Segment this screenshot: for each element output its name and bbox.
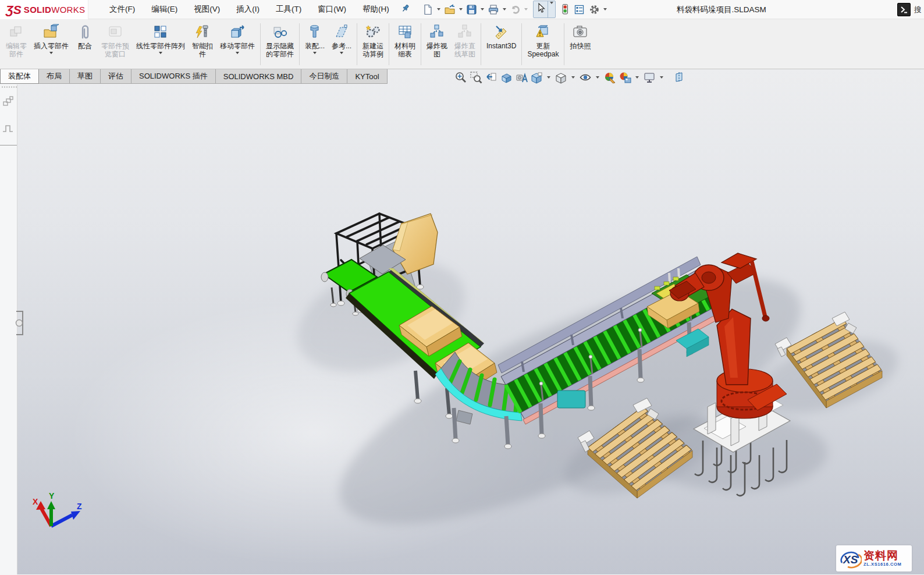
- command-manager-ribbon: 编辑零 部件 插入零部件 配合 零部件预 览窗口 线性零部件阵列 智能扣 件 移…: [0, 19, 924, 69]
- panel-expand-handle[interactable]: [14, 310, 26, 339]
- sketch-profile-icon[interactable]: [2, 124, 17, 134]
- new-motion-study-button[interactable]: 新建运 动算例: [359, 21, 387, 68]
- settings-gear-caret[interactable]: [603, 8, 607, 10]
- explode-line-sketch-icon: [457, 23, 473, 41]
- save-caret[interactable]: [481, 8, 484, 10]
- tab-kytool[interactable]: KYTool: [347, 69, 387, 84]
- camera-icon: [572, 23, 588, 41]
- view-settings-icon[interactable]: [642, 70, 656, 84]
- svg-text:XS: XS: [843, 553, 858, 566]
- zoom-to-area-icon[interactable]: [469, 70, 483, 84]
- triad-y-label: Y: [49, 491, 55, 501]
- bill-of-materials-button[interactable]: 材料明 细表: [391, 21, 419, 68]
- open-document-caret[interactable]: [459, 8, 463, 10]
- save-icon[interactable]: [465, 3, 478, 16]
- tab-solidworks-mbd[interactable]: SOLIDWORKS MBD: [215, 69, 302, 84]
- menu-tools[interactable]: 工具(T): [268, 1, 310, 18]
- undo-caret[interactable]: [524, 8, 528, 10]
- print-caret[interactable]: [503, 8, 506, 10]
- view-orientation-caret[interactable]: [547, 76, 550, 79]
- watermark-url: ZL.XS1616.COM: [863, 562, 901, 567]
- reference-plane-icon[interactable]: [671, 70, 685, 84]
- linear-component-pattern-button[interactable]: 线性零部件阵列: [133, 21, 189, 68]
- component-preview-icon: [108, 23, 123, 41]
- linear-pattern-icon: [153, 23, 168, 41]
- open-document-icon[interactable]: [443, 3, 456, 16]
- menu-window[interactable]: 窗口(W): [310, 1, 354, 18]
- smart-fasteners-button[interactable]: 智能扣 件: [189, 21, 216, 68]
- menu-insert[interactable]: 插入(I): [228, 1, 268, 18]
- command-manager-tabs: 装配体 布局 草图 评估 SOLIDWORKS 插件 SOLIDWORKS MB…: [0, 69, 387, 84]
- menu-edit[interactable]: 编辑(E): [143, 1, 186, 18]
- graphics-area[interactable]: X Y Z 装配体 布局 草图 评估 SOLIDWORKS 插件 SOLIDWO…: [0, 69, 924, 574]
- triad-x-label: X: [33, 497, 38, 506]
- exploded-view-button[interactable]: 爆炸视 图: [423, 21, 451, 68]
- assembly-tree-icon[interactable]: [2, 96, 17, 110]
- title-bar: ƷS SOLIDWORKS 文件(F) 编辑(E) 视图(V) 插入(I) 工具…: [0, 0, 924, 19]
- instant3d-button[interactable]: Instant3D: [483, 21, 520, 68]
- solidworks-window: ƷS SOLIDWORKS 文件(F) 编辑(E) 视图(V) 插入(I) 工具…: [0, 0, 924, 575]
- move-component-caret[interactable]: [236, 52, 239, 54]
- tab-solidworks-addins[interactable]: SOLIDWORKS 插件: [131, 69, 216, 84]
- insert-component-caret[interactable]: [49, 52, 53, 54]
- new-document-icon[interactable]: [422, 3, 434, 16]
- options-list-icon[interactable]: [573, 3, 585, 16]
- tab-evaluate[interactable]: 评估: [100, 69, 132, 84]
- menu-bar: 文件(F) 编辑(E) 视图(V) 插入(I) 工具(T) 窗口(W) 帮助(H…: [101, 1, 397, 18]
- reference-geometry-button[interactable]: 参考...: [328, 21, 355, 68]
- move-component-button[interactable]: 移动零部件: [216, 21, 258, 68]
- select-arrow-icon[interactable]: [534, 1, 548, 17]
- print-icon[interactable]: [487, 3, 500, 16]
- previous-view-icon[interactable]: [484, 70, 498, 84]
- insert-component-button[interactable]: 插入零部件: [30, 21, 72, 68]
- new-document-caret[interactable]: [437, 8, 440, 10]
- hide-show-items-icon[interactable]: [578, 70, 592, 84]
- assembly-features-icon: [307, 23, 322, 41]
- tab-layout[interactable]: 布局: [38, 69, 70, 84]
- tab-assembly[interactable]: 装配体: [0, 69, 39, 84]
- rebuild-traffic-light-icon[interactable]: [560, 2, 570, 16]
- viewport-canvas[interactable]: X Y Z: [0, 69, 924, 574]
- search-commands-icon[interactable]: [897, 3, 911, 16]
- tab-today-manufacturing[interactable]: 今日制造: [301, 69, 347, 84]
- section-view-icon[interactable]: [499, 70, 513, 84]
- select-tool-caret[interactable]: [548, 3, 555, 16]
- show-hidden-components-button[interactable]: 显示隐藏 的零部件: [262, 21, 297, 68]
- apply-scene-icon[interactable]: [618, 70, 632, 84]
- mate-paperclip-icon: [78, 23, 92, 41]
- apply-scene-caret[interactable]: [635, 76, 639, 79]
- mate-button[interactable]: 配合: [72, 21, 98, 68]
- edit-appearance-icon[interactable]: [603, 70, 617, 84]
- menu-file[interactable]: 文件(F): [101, 1, 143, 18]
- linear-pattern-caret[interactable]: [159, 52, 162, 54]
- watermark: XS 资料网 ZL.XS1616.COM: [836, 545, 912, 572]
- hide-show-items-caret[interactable]: [596, 76, 599, 79]
- insert-component-icon: [43, 23, 59, 41]
- settings-gear-icon[interactable]: [588, 3, 600, 16]
- update-speedpak-button[interactable]: 更新 Speedpak: [524, 21, 562, 68]
- view-annotations-icon[interactable]: [514, 70, 528, 84]
- menu-view[interactable]: 视图(V): [186, 1, 228, 18]
- reference-geometry-icon: [334, 23, 349, 41]
- quick-access-toolbar: [422, 1, 609, 18]
- tab-sketch[interactable]: 草图: [69, 69, 101, 84]
- edit-component-button[interactable]: 编辑零 部件: [2, 21, 30, 68]
- search-commands[interactable]: 搜: [897, 0, 924, 19]
- assembly-features-button[interactable]: 装配...: [301, 21, 328, 68]
- undo-icon[interactable]: [509, 3, 521, 16]
- explode-line-sketch-button[interactable]: 爆炸直 线草图: [451, 21, 479, 68]
- reference-geometry-caret[interactable]: [340, 52, 343, 54]
- motion-study-icon: [365, 23, 381, 41]
- instant3d-icon: [493, 23, 510, 41]
- view-orientation-icon[interactable]: [529, 70, 543, 84]
- select-tool-group: [533, 1, 556, 18]
- display-style-icon[interactable]: [554, 70, 568, 84]
- assembly-features-caret[interactable]: [313, 52, 317, 54]
- menu-help[interactable]: 帮助(H): [354, 1, 397, 18]
- display-style-caret[interactable]: [571, 76, 575, 79]
- component-preview-window-button[interactable]: 零部件预 览窗口: [98, 21, 133, 68]
- zoom-to-fit-icon[interactable]: [454, 70, 468, 84]
- view-settings-caret[interactable]: [660, 76, 663, 79]
- take-snapshot-button[interactable]: 拍快照: [566, 21, 594, 68]
- pin-menu-icon[interactable]: [401, 3, 410, 15]
